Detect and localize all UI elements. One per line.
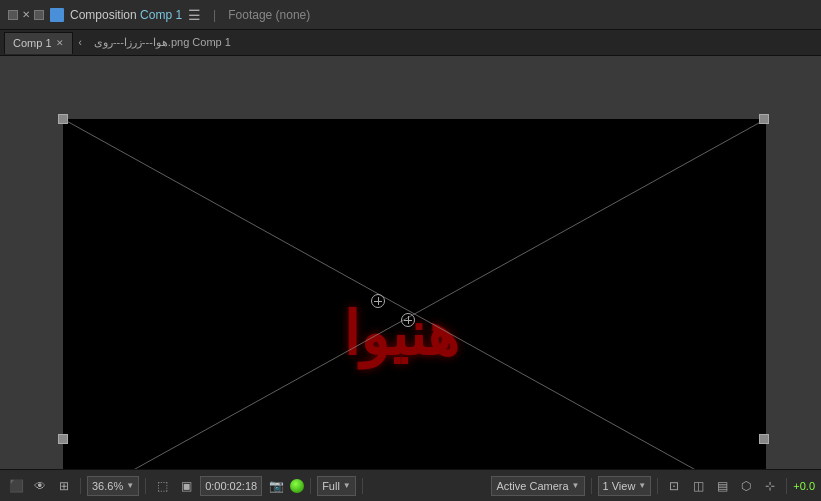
active-camera-dropdown[interactable]: Active Camera ▼ [491, 476, 584, 496]
comp-label: Composition [70, 8, 137, 22]
bottom-toolbar: ⬛ 👁 ⊞ 36.6% ▼ ⬚ ▣ 0:00:02:18 📷 Full ▼ Ac… [0, 469, 821, 501]
divider-2 [145, 478, 146, 494]
grid-icon-btn[interactable]: ⊞ [54, 476, 74, 496]
render-status-dot [290, 479, 304, 493]
timecode-display[interactable]: 0:00:02:18 [200, 476, 262, 496]
active-camera-label: Active Camera [496, 480, 568, 492]
footage-value: (none) [276, 8, 311, 22]
close-icon[interactable]: ✕ [22, 9, 30, 20]
comp-name: Comp 1 [140, 8, 182, 22]
divider-6 [657, 478, 658, 494]
zoom-dropdown[interactable]: 36.6% ▼ [87, 476, 139, 496]
quality-arrow: ▼ [343, 481, 351, 490]
corner-handle-bl [58, 434, 68, 444]
channels-icon-btn[interactable]: ▤ [712, 476, 732, 496]
crosshair-2 [401, 313, 415, 327]
corner-handle-tl [58, 114, 68, 124]
offset-value: +0.0 [793, 480, 815, 492]
zoom-arrow: ▼ [126, 481, 134, 490]
window-icon-1 [8, 10, 18, 20]
tab-chevron: ‹ [79, 37, 82, 48]
resolution-icon-btn[interactable]: ▣ [176, 476, 196, 496]
title-separator: | [213, 8, 216, 22]
divider-4 [362, 478, 363, 494]
tab-comp1[interactable]: Comp 1 ✕ [4, 32, 73, 54]
comp-icon [50, 8, 64, 22]
corner-handle-tr [759, 114, 769, 124]
view-value: 1 View [603, 480, 636, 492]
zoom-value: 36.6% [92, 480, 123, 492]
snapshot-icon-btn[interactable]: ◫ [688, 476, 708, 496]
preview-icon-btn[interactable]: 👁 [30, 476, 50, 496]
quality-value: Full [322, 480, 340, 492]
tab-comp1-label: Comp 1 [13, 37, 52, 49]
divider-3 [310, 478, 311, 494]
footage-label: Footage (none) [228, 8, 310, 22]
3d-icon-btn[interactable]: ⬡ [736, 476, 756, 496]
fit-icon-btn[interactable]: ⊡ [664, 476, 684, 496]
title-text: Composition Comp 1 [70, 8, 182, 22]
tab-footage-label: هوا---زرزا---روی.png Comp 1 [94, 36, 231, 48]
title-bar: ✕ Composition Comp 1 ☰ | Footage (none) [0, 0, 821, 30]
tab-bar: Comp 1 ✕ ‹ هوا---زرزا---روی.png Comp 1 [0, 30, 821, 56]
comp-canvas: هنیوا [63, 119, 766, 469]
divider-7 [786, 478, 787, 494]
camera-dropdown-arrow: ▼ [572, 481, 580, 490]
tab-comp1-close[interactable]: ✕ [56, 38, 64, 48]
align-icon-btn[interactable]: ⊹ [760, 476, 780, 496]
checkerboard-icon-btn[interactable]: ⬚ [152, 476, 172, 496]
comp-viewer: هنیوا [0, 56, 821, 469]
quality-dropdown[interactable]: Full ▼ [317, 476, 356, 496]
view-arrow: ▼ [638, 481, 646, 490]
crosshair-1 [371, 294, 385, 308]
camera-icon-btn[interactable]: 📷 [266, 476, 286, 496]
footage-text: Footage [228, 8, 272, 22]
tab-footage[interactable]: هوا---زرزا---روی.png Comp 1 [86, 36, 239, 49]
divider-1 [80, 478, 81, 494]
view-dropdown[interactable]: 1 View ▼ [598, 476, 652, 496]
comp-text: هنیوا [343, 299, 459, 370]
window-controls: ✕ [8, 9, 44, 20]
corner-handle-br [759, 434, 769, 444]
monitor-icon-btn[interactable]: ⬛ [6, 476, 26, 496]
window-icon-2 [34, 10, 44, 20]
divider-5 [591, 478, 592, 494]
timecode-value: 0:00:02:18 [205, 480, 257, 492]
hamburger-menu[interactable]: ☰ [188, 7, 201, 23]
